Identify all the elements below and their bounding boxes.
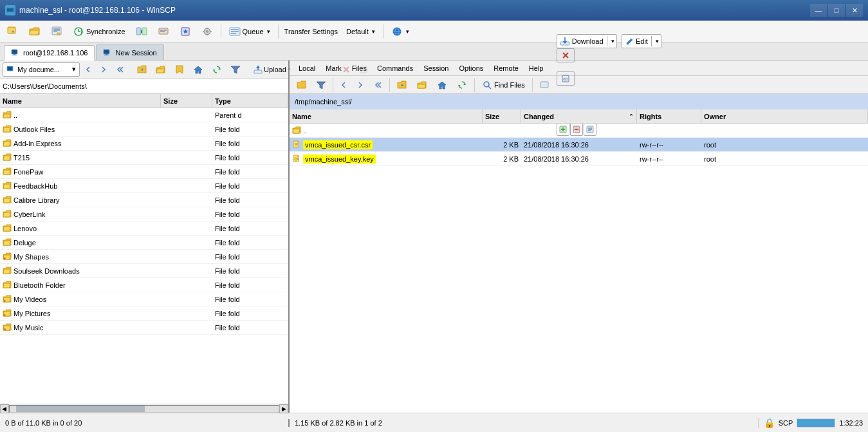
svg-point-67 [484, 82, 489, 87]
right-delete-button[interactable] [557, 48, 575, 62]
download-button[interactable]: Download [557, 34, 606, 48]
my-documents-arrow: ▾ [72, 65, 76, 73]
right-rename-button[interactable]: ab [557, 71, 575, 86]
refresh-btn[interactable] [208, 62, 226, 77]
home-btn[interactable] [189, 62, 207, 77]
close-button[interactable]: ✕ [846, 4, 863, 17]
menu-commands[interactable]: Commands [372, 63, 418, 73]
right-folder-btn[interactable] [292, 78, 311, 92]
maximize-button[interactable]: □ [828, 4, 845, 17]
bookmark-btn[interactable] [171, 62, 189, 77]
nav-forward-button[interactable] [96, 62, 111, 77]
find-files-button[interactable]: Find Files [477, 78, 530, 92]
nav-back-button[interactable] [80, 62, 96, 77]
right-new-folder-btn[interactable]: + [392, 78, 412, 92]
right-col-size[interactable]: Size [483, 109, 521, 123]
left-file-type: File fold [212, 308, 288, 319]
svg-text:♦: ♦ [4, 256, 6, 260]
left-file-row[interactable]: Add-in Express File fold [0, 136, 288, 151]
icon3-button[interactable]: ★ [175, 23, 196, 40]
left-file-row[interactable]: FonePaw File fold [0, 165, 288, 179]
left-file-row[interactable]: ♦ My Shapes File fold [0, 250, 288, 264]
right-file-rows: .. vmca_issued_csr.csr 2 KB 21/08/2018 1… [290, 124, 868, 166]
right-open-btn[interactable] [412, 78, 432, 92]
open-dir-button[interactable] [24, 23, 45, 40]
right-file-list[interactable]: Name Size Changed ⌃ Rights Owner [290, 109, 868, 413]
minimize-button[interactable]: — [810, 4, 827, 17]
left-file-row[interactable]: CyberLink File fold [0, 207, 288, 221]
right-forward-btn[interactable] [352, 78, 369, 92]
transfer-default-button[interactable]: Default ▾ [342, 23, 380, 40]
filter-btn[interactable] [226, 62, 245, 77]
right-col-name[interactable]: Name [290, 109, 483, 123]
left-file-row[interactable]: Bluetooth Folder File fold [0, 278, 288, 292]
svg-text:♦: ♦ [4, 327, 6, 331]
icon2-button[interactable] [153, 23, 174, 40]
left-scroll-left[interactable]: ◀ [0, 404, 9, 413]
left-file-rows: .. .. Parent d Outlook Files File fold A… [0, 108, 288, 335]
left-scroll-right[interactable]: ▶ [279, 404, 288, 413]
menu-remote[interactable]: Remote [488, 63, 524, 73]
left-file-row[interactable]: ♦ My Pictures File fold [0, 306, 288, 321]
right-col-changed[interactable]: Changed ⌃ [521, 109, 637, 123]
left-file-row[interactable]: Deluge File fold [0, 236, 288, 250]
svg-point-21 [206, 30, 208, 33]
svg-rect-22 [207, 28, 207, 29]
left-file-size [161, 156, 212, 159]
right-col-rights[interactable]: Rights [637, 109, 701, 123]
left-col-type[interactable]: Type [212, 94, 288, 108]
right-col-owner[interactable]: Owner [701, 109, 868, 123]
left-col-name[interactable]: Name [0, 94, 161, 108]
open-folder-btn[interactable] [152, 62, 170, 77]
right-more-btn[interactable] [535, 78, 553, 92]
menu-local[interactable]: Local [293, 63, 320, 73]
tab-current-session[interactable]: root@192.168.1.106 [4, 45, 95, 61]
left-file-row[interactable]: ♦ My Videos File fold [0, 292, 288, 306]
right-refresh-btn[interactable] [452, 78, 472, 92]
tab-new-session[interactable]: New Session [96, 44, 163, 60]
left-file-row[interactable]: Soulseek Downloads File fold [0, 264, 288, 278]
right-file-row[interactable]: .. [290, 124, 868, 138]
new-folder-btn[interactable]: + [133, 62, 151, 77]
menu-options[interactable]: Options [454, 63, 488, 73]
right-back-btn[interactable] [335, 78, 352, 92]
download-arrow-button[interactable]: ▾ [608, 34, 616, 48]
queue-button[interactable]: Queue ▾ [225, 23, 275, 40]
left-file-row[interactable]: Calibre Library File fold [0, 193, 288, 207]
new-remote-dir-button[interactable]: + [3, 23, 23, 40]
left-file-row[interactable]: Lenovo File fold [0, 221, 288, 236]
right-edit-button[interactable]: Edit [622, 34, 651, 48]
file-folder-icon [3, 139, 12, 148]
right-file-row[interactable]: vmca_issued_csr.csr 2 KB 21/08/2018 16:3… [290, 138, 868, 152]
right-nav-arrows [292, 78, 387, 92]
scp-status: 🔒 SCP 1:32:23 [758, 418, 868, 428]
right-file-row[interactable]: vmca_issued_key.key 2 KB 21/08/2018 16:3… [290, 152, 868, 166]
left-file-row[interactable]: ♦ My Music File fold [0, 321, 288, 335]
menu-help[interactable]: Help [524, 63, 549, 73]
synchronize-button[interactable]: Synchronize [68, 23, 130, 40]
right-file-icon [292, 155, 301, 164]
menu-session[interactable]: Session [418, 63, 454, 73]
left-file-list[interactable]: Name Size Type .. .. Parent d Outlook Fi… [0, 94, 288, 404]
left-file-list-header: Name Size Type [0, 94, 288, 108]
right-home-btn[interactable] [432, 78, 452, 92]
left-file-row[interactable]: Outlook Files File fold [0, 122, 288, 136]
left-file-row[interactable]: FeedbackHub File fold [0, 179, 288, 193]
icon1-button[interactable] [131, 23, 152, 40]
my-documents-dropdown[interactable]: My docume... ▾ [3, 62, 80, 77]
left-col-size[interactable]: Size [161, 94, 212, 108]
settings-button[interactable] [197, 23, 217, 40]
left-file-row[interactable]: .. .. Parent d [0, 108, 288, 122]
left-scroll-bottom[interactable]: ◀ ▶ [0, 404, 288, 413]
nav-back-arrow[interactable] [111, 62, 128, 77]
left-scroll-track[interactable] [9, 405, 280, 413]
right-edit-arrow-button[interactable]: ▾ [652, 34, 661, 48]
bookmark-button[interactable] [46, 23, 67, 40]
right-file-name: vmca_issued_key.key [290, 153, 483, 165]
right-back-arrow-btn[interactable] [369, 78, 387, 92]
right-filter-btn[interactable] [311, 78, 331, 92]
svg-rect-2 [9, 13, 12, 14]
globe-button[interactable]: ▾ [387, 23, 414, 40]
left-file-type: File fold [212, 323, 288, 333]
left-file-row[interactable]: T215 File fold [0, 151, 288, 165]
